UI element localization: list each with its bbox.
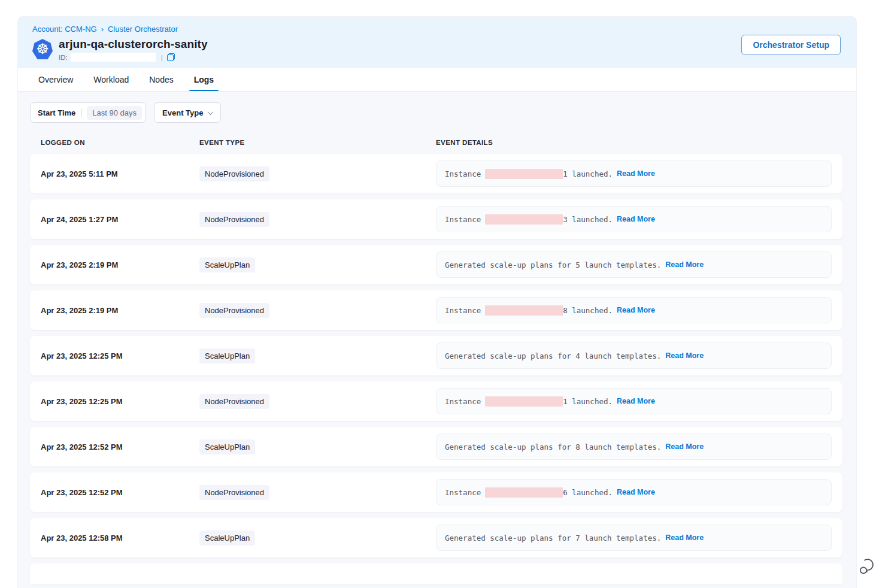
redacted-instance-id <box>485 396 563 407</box>
cluster-orchestrator-panel: Account: CCM-NG › Cluster Orchestrator ☸… <box>18 17 856 588</box>
logged-on: Apr 24, 2025 1:27 PM <box>41 215 199 224</box>
event-type-badge: ScaleUpPlan <box>199 440 255 454</box>
read-more-link[interactable]: Read More <box>617 169 655 178</box>
breadcrumb-section-link[interactable]: Cluster Orchestrator <box>108 25 178 34</box>
logged-on: Apr 23, 2025 12:52 PM <box>41 488 199 497</box>
breadcrumb-account-link[interactable]: Account: CCM-NG <box>32 25 97 34</box>
breadcrumb-separator: › <box>101 25 104 34</box>
read-more-link[interactable]: Read More <box>617 306 655 314</box>
tab-workload[interactable]: Workload <box>92 68 130 91</box>
read-more-link[interactable]: Read More <box>665 442 704 451</box>
chat-bubble-icon[interactable] <box>859 557 877 576</box>
details-suffix: 1 launched. <box>563 169 613 178</box>
column-header-logged-on: LOGGED ON <box>41 139 199 146</box>
logged-on: Apr 23, 2025 12:25 PM <box>41 351 199 360</box>
event-details-box: Generated scale-up plans for 4 launch te… <box>436 343 832 369</box>
table-row: Apr 23, 2025 2:19 PM NodeProvisioned Ins… <box>30 290 842 330</box>
logged-on: Apr 23, 2025 12:25 PM <box>41 397 199 406</box>
details-suffix: 1 launched. <box>563 397 613 406</box>
redacted-instance-id <box>485 305 563 316</box>
details-suffix: 3 launched. <box>563 215 613 224</box>
read-more-link[interactable]: Read More <box>665 260 704 269</box>
start-time-value[interactable]: Last 90 days <box>87 106 142 120</box>
tab-logs[interactable]: Logs <box>193 68 215 91</box>
event-details-box: Generated scale-up plans for 8 launch te… <box>436 434 832 460</box>
redacted-cluster-id <box>71 53 156 62</box>
kubernetes-icon: ☸ <box>32 39 53 59</box>
event-type-badge: NodeProvisioned <box>199 166 269 181</box>
redacted-instance-id <box>485 487 563 498</box>
filter-bar: Start Time Last 90 days Event Type <box>30 102 842 123</box>
event-type-label: Event Type <box>162 108 203 117</box>
event-type-badge: ScaleUpPlan <box>199 348 255 363</box>
event-type-dropdown[interactable]: Event Type <box>154 102 221 123</box>
table-row: Apr 23, 2025 12:58 PM ScaleUpPlan Genera… <box>30 518 842 557</box>
filter-divider <box>81 108 82 117</box>
details-prefix: Instance <box>445 306 481 315</box>
page-title: arjun-qa-clusterorch-sanity <box>59 38 208 51</box>
event-type-badge: ScaleUpPlan <box>199 257 255 272</box>
tab-nodes[interactable]: Nodes <box>148 68 174 91</box>
event-type-badge: NodeProvisioned <box>199 394 269 409</box>
details-suffix: 6 launched. <box>563 488 613 497</box>
details-prefix: Instance <box>445 169 481 178</box>
redacted-instance-id <box>485 169 563 179</box>
table-row-partial <box>30 563 842 584</box>
column-header-event-details: EVENT DETAILS <box>436 139 832 146</box>
read-more-link[interactable]: Read More <box>617 488 655 496</box>
copy-icon[interactable] <box>167 53 175 61</box>
event-type-badge: NodeProvisioned <box>199 303 269 318</box>
details-prefix: Generated scale-up plans for 7 launch te… <box>445 534 661 542</box>
event-details-box: Instance1 launched. Read More <box>436 388 832 414</box>
id-label: ID: <box>59 54 68 61</box>
logged-on: Apr 23, 2025 5:11 PM <box>41 169 199 178</box>
table-row: Apr 24, 2025 1:27 PM NodeProvisioned Ins… <box>30 199 842 239</box>
chevron-down-icon <box>208 109 214 115</box>
table-row: Apr 23, 2025 2:19 PM ScaleUpPlan Generat… <box>30 245 842 284</box>
details-prefix: Instance <box>445 488 481 497</box>
table-body: Apr 23, 2025 5:11 PM NodeProvisioned Ins… <box>30 154 842 557</box>
details-prefix: Instance <box>445 397 481 406</box>
event-details-box: Instance3 launched. Read More <box>436 206 832 232</box>
event-details-box: Instance8 launched. Read More <box>436 297 832 323</box>
tab-bar: Overview Workload Nodes Logs <box>18 68 856 92</box>
event-details-box: Generated scale-up plans for 7 launch te… <box>436 525 832 551</box>
table-row: Apr 23, 2025 5:11 PM NodeProvisioned Ins… <box>30 154 842 193</box>
details-prefix: Instance <box>445 215 481 224</box>
read-more-link[interactable]: Read More <box>665 534 704 542</box>
page-header: Account: CCM-NG › Cluster Orchestrator ☸… <box>18 17 856 68</box>
read-more-link[interactable]: Read More <box>617 215 655 223</box>
start-time-filter[interactable]: Start Time Last 90 days <box>30 102 146 123</box>
redacted-instance-id <box>485 214 563 225</box>
table-header: LOGGED ON EVENT TYPE EVENT DETAILS <box>30 139 842 146</box>
tab-overview[interactable]: Overview <box>37 68 74 91</box>
event-details-box: Instance1 launched. Read More <box>436 160 832 187</box>
event-type-badge: NodeProvisioned <box>199 212 269 227</box>
details-prefix: Generated scale-up plans for 4 launch te… <box>445 351 661 360</box>
read-more-link[interactable]: Read More <box>665 351 704 360</box>
logged-on: Apr 23, 2025 2:19 PM <box>41 306 199 315</box>
table-row: Apr 23, 2025 12:25 PM ScaleUpPlan Genera… <box>30 336 842 375</box>
logged-on: Apr 23, 2025 12:52 PM <box>41 442 199 451</box>
event-type-badge: ScaleUpPlan <box>199 531 255 545</box>
event-details-box: Generated scale-up plans for 5 launch te… <box>436 251 832 278</box>
logged-on: Apr 23, 2025 2:19 PM <box>41 260 199 269</box>
table-row: Apr 23, 2025 12:25 PM NodeProvisioned In… <box>30 381 842 421</box>
details-prefix: Generated scale-up plans for 8 launch te… <box>445 442 661 451</box>
breadcrumb: Account: CCM-NG › Cluster Orchestrator <box>32 25 842 34</box>
column-header-event-type: EVENT TYPE <box>199 139 436 146</box>
start-time-label: Start Time <box>38 108 75 117</box>
logged-on: Apr 23, 2025 12:58 PM <box>41 534 199 542</box>
details-prefix: Generated scale-up plans for 5 launch te… <box>445 260 661 269</box>
event-details-box: Instance6 launched. Read More <box>436 479 832 505</box>
table-row: Apr 23, 2025 12:52 PM ScaleUpPlan Genera… <box>30 427 842 466</box>
event-type-badge: NodeProvisioned <box>199 485 269 500</box>
details-suffix: 8 launched. <box>563 306 613 315</box>
read-more-link[interactable]: Read More <box>617 397 655 405</box>
table-row: Apr 23, 2025 12:52 PM NodeProvisioned In… <box>30 472 842 512</box>
id-separator: | <box>161 54 163 61</box>
orchestrator-setup-button[interactable]: Orchestrator Setup <box>741 35 841 55</box>
